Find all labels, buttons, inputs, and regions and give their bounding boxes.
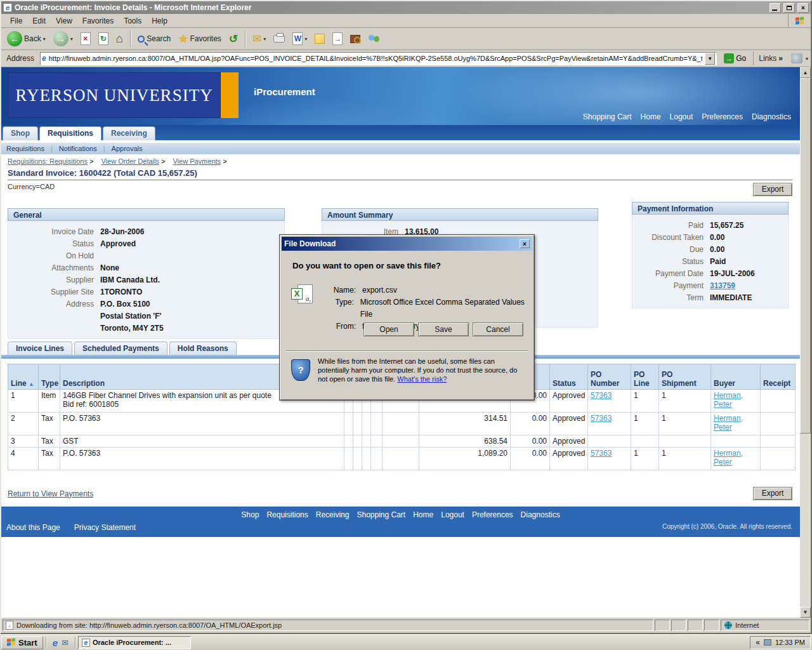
- windows-logo-icon: [788, 15, 811, 27]
- po-number-link[interactable]: 57363: [591, 391, 612, 400]
- footer-home[interactable]: Home: [413, 510, 433, 519]
- taskbar-task-button[interactable]: e Oracle iProcurement: ...: [78, 636, 191, 649]
- link-home[interactable]: Home: [641, 112, 661, 121]
- crumb-view-order-details[interactable]: View Order Details: [101, 157, 159, 165]
- forward-dropdown-icon[interactable]: ▾: [70, 36, 73, 42]
- messenger-button[interactable]: [365, 32, 384, 45]
- link-preferences[interactable]: Preferences: [702, 112, 743, 121]
- scroll-down-icon[interactable]: ▼: [800, 607, 811, 618]
- tray-network-icon[interactable]: [764, 639, 771, 646]
- home-button[interactable]: ⌂: [113, 32, 126, 46]
- ie-page-icon: e: [3, 3, 12, 12]
- buyer-link[interactable]: Herman, Peter: [714, 449, 743, 467]
- outlook-express-icon[interactable]: ✉: [62, 638, 69, 647]
- research-button[interactable]: [347, 34, 363, 44]
- crumb-requisitions[interactable]: Requisitions: Requisitions: [8, 157, 88, 165]
- link-diagnostics[interactable]: Diagnostics: [752, 112, 791, 121]
- scrollbar-thumb[interactable]: [800, 78, 811, 434]
- dialog-close-icon[interactable]: ×: [520, 239, 530, 248]
- payment-status-value: Paid: [704, 256, 726, 268]
- about-this-page-link[interactable]: About this Page: [6, 523, 60, 532]
- minimize-button[interactable]: [769, 3, 781, 13]
- footer-shopping-cart[interactable]: Shopping Cart: [357, 510, 405, 519]
- print-button[interactable]: [270, 34, 288, 44]
- footer-diagnostics[interactable]: Diagnostics: [521, 510, 560, 519]
- edit-with-word-button[interactable]: W ▾: [289, 31, 310, 46]
- link-shopping-cart[interactable]: Shopping Cart: [583, 112, 632, 121]
- close-button[interactable]: ×: [797, 3, 809, 13]
- mail-dropdown-icon[interactable]: ▾: [263, 36, 266, 42]
- ie-quicklaunch-icon[interactable]: e: [53, 637, 58, 648]
- discuss-button[interactable]: [311, 32, 328, 45]
- file-name-value: export.csv: [356, 284, 397, 296]
- tray-chevron-icon[interactable]: «: [756, 638, 760, 647]
- subnav-notifications[interactable]: Notifications: [59, 145, 97, 152]
- menu-help[interactable]: Help: [147, 15, 173, 27]
- address-dropdown-icon[interactable]: ▼: [705, 53, 715, 65]
- restore-button[interactable]: [783, 3, 795, 13]
- buyer-link[interactable]: Herman, Peter: [714, 414, 743, 432]
- dialog-warning: While files from the Internet can be use…: [318, 357, 524, 383]
- buyer-link[interactable]: Herman, Peter: [714, 391, 743, 409]
- stop-button[interactable]: ×: [77, 31, 94, 46]
- refresh-button[interactable]: ↻: [95, 31, 112, 46]
- footer-shop[interactable]: Shop: [241, 510, 259, 519]
- tab-requisitions[interactable]: Requisitions: [39, 126, 102, 140]
- col-line[interactable]: Line ▲: [8, 364, 39, 390]
- export-button-bottom[interactable]: Export: [753, 487, 792, 500]
- subtab-scheduled-payments[interactable]: Scheduled Payments: [74, 342, 167, 355]
- return-to-view-payments-link[interactable]: Return to View Payments: [8, 489, 93, 498]
- start-button[interactable]: Start: [1, 636, 43, 649]
- links-button[interactable]: Links »: [753, 51, 788, 65]
- footer-logout[interactable]: Logout: [441, 510, 464, 519]
- menu-tools[interactable]: Tools: [119, 15, 147, 27]
- go-button[interactable]: → Go: [720, 53, 750, 64]
- menu-file[interactable]: File: [5, 15, 27, 27]
- file-download-dialog: File Download × Do you want to open or s…: [279, 234, 535, 401]
- norton-dropdown-icon[interactable]: ▾: [806, 56, 808, 62]
- privacy-statement-link[interactable]: Privacy Statement: [74, 523, 136, 532]
- onenote-button[interactable]: →: [329, 31, 346, 46]
- menu-favorites[interactable]: Favorites: [77, 15, 119, 27]
- edit-dropdown-icon[interactable]: ▾: [304, 36, 307, 42]
- subtab-hold-reasons[interactable]: Hold Reasons: [169, 342, 237, 355]
- search-icon: [138, 36, 145, 43]
- footer-requisitions[interactable]: Requisitions: [266, 510, 308, 519]
- save-button[interactable]: Save: [418, 322, 469, 336]
- menu-view[interactable]: View: [51, 15, 77, 27]
- po-number-link[interactable]: 57363: [591, 449, 612, 458]
- norton-icon[interactable]: [791, 53, 802, 63]
- vertical-scrollbar[interactable]: ▲ ▼: [800, 67, 811, 618]
- print-icon: [273, 35, 285, 43]
- scroll-up-icon[interactable]: ▲: [800, 67, 811, 78]
- menu-edit[interactable]: Edit: [27, 15, 51, 27]
- forward-button[interactable]: → ▾: [50, 30, 76, 48]
- po-number-link[interactable]: 57363: [591, 414, 612, 423]
- address-input[interactable]: [49, 55, 703, 62]
- back-dropdown-icon[interactable]: ▾: [43, 36, 46, 42]
- subnav-approvals[interactable]: Approvals: [112, 145, 143, 152]
- cancel-button[interactable]: Cancel: [473, 322, 523, 336]
- standard-toolbar: ← Back ▾ → ▾ × ↻ ⌂ Search ★ Favorites ↺ …: [1, 28, 811, 50]
- link-logout[interactable]: Logout: [670, 112, 693, 121]
- sub-navigation: Requisitions | Notifications | Approvals: [1, 143, 800, 154]
- zone-label: Internet: [735, 621, 759, 629]
- back-button[interactable]: ← Back ▾: [4, 30, 49, 48]
- search-button[interactable]: Search: [134, 33, 174, 44]
- footer-receiving[interactable]: Receiving: [316, 510, 350, 519]
- export-button-top[interactable]: Export: [753, 183, 792, 196]
- crumb-view-payments[interactable]: View Payments: [173, 157, 221, 165]
- subtab-invoice-lines[interactable]: Invoice Lines: [8, 342, 72, 355]
- subnav-requisitions[interactable]: Requisitions: [6, 145, 44, 152]
- history-button[interactable]: ↺: [226, 31, 241, 47]
- refresh-icon: ↻: [98, 32, 108, 45]
- tab-shop[interactable]: Shop: [3, 126, 38, 140]
- open-button[interactable]: Open: [363, 322, 414, 336]
- whats-the-risk-link[interactable]: What's the risk?: [397, 375, 447, 383]
- payment-number-link[interactable]: 313759: [710, 281, 735, 290]
- status-bar: ↓ Downloading from site: http://finuweb.…: [1, 618, 811, 633]
- footer-preferences[interactable]: Preferences: [472, 510, 513, 519]
- tab-receiving[interactable]: Receiving: [103, 126, 155, 140]
- favorites-button[interactable]: ★ Favorites: [175, 31, 225, 47]
- mail-button[interactable]: ✉ ▾: [249, 31, 269, 47]
